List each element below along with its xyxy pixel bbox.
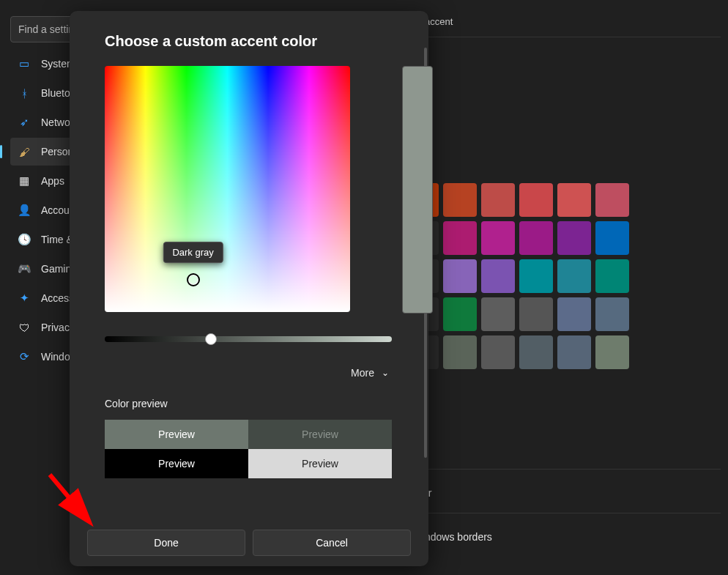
more-label: More [351,367,374,379]
color-picker-dialog: Choose a custom accent color Dark gray M… [70,11,428,566]
dialog-buttons: Done Cancel [70,530,428,556]
chevron-down-icon: ⌄ [382,368,389,378]
palette-swatch[interactable] [481,259,515,293]
done-button[interactable]: Done [87,530,245,556]
value-slider-thumb[interactable] [205,333,217,345]
brush-icon: 🖌 [18,145,31,158]
grid-icon: ▦ [18,174,31,188]
more-toggle[interactable]: More ⌄ [105,367,393,379]
preview-cell-dark-accent: Preview [248,420,392,449]
palette-swatch[interactable] [595,259,629,293]
palette-swatch[interactable] [595,335,629,369]
current-color-preview [402,66,433,314]
sidebar-item-label: Apps [41,175,64,187]
palette-swatch[interactable] [557,183,591,217]
bluetooth-icon: ᚼ [18,86,31,100]
palette-swatch[interactable] [557,259,591,293]
palette-swatch[interactable] [443,335,477,369]
gamepad-icon: 🎮 [18,262,31,275]
person-icon: 👤 [18,204,31,217]
cancel-label: Cancel [316,537,348,549]
palette-swatch[interactable] [481,335,515,369]
color-preview-grid: Preview Preview Preview Preview [105,420,392,478]
preview-cell-black: Preview [105,449,248,478]
palette-swatch[interactable] [481,221,515,255]
palette-swatch[interactable] [557,335,591,369]
preview-cell-white: Preview [248,449,392,478]
palette-swatch[interactable] [481,183,515,217]
palette-swatch[interactable] [519,183,553,217]
color-picker-canvas[interactable]: Dark gray [105,66,350,312]
shield-icon: 🛡 [18,321,31,334]
dialog-title: Choose a custom accent color [105,33,393,50]
palette-swatch[interactable] [595,183,629,217]
palette-swatch[interactable] [443,297,477,331]
picker-cursor[interactable] [187,273,200,286]
palette-swatch[interactable] [557,221,591,255]
tooltip-label: Dark gray [172,247,213,258]
accent-hint: accent [425,16,453,27]
clock-icon: 🕓 [18,233,31,246]
palette-swatch[interactable] [595,297,629,331]
done-label: Done [154,537,178,549]
palette-swatch[interactable] [443,183,477,217]
palette-swatch[interactable] [519,259,553,293]
palette-swatch[interactable] [443,259,477,293]
color-tooltip: Dark gray [163,242,223,263]
wifi-icon: ➶ [18,116,31,129]
color-preview-header: Color preview [105,398,393,409]
palette-swatch[interactable] [481,297,515,331]
cancel-button[interactable]: Cancel [253,530,411,556]
palette-swatch[interactable] [595,221,629,255]
preview-cell-light-accent: Preview [105,420,248,449]
value-slider[interactable] [105,336,392,342]
palette-swatch[interactable] [519,221,553,255]
accessibility-icon: ✦ [18,292,31,305]
palette-swatch[interactable] [557,297,591,331]
monitor-icon: ▭ [18,57,31,70]
palette-swatch[interactable] [519,297,553,331]
palette-swatch[interactable] [519,335,553,369]
update-icon: ⟳ [18,350,31,363]
palette-swatch[interactable] [443,221,477,255]
